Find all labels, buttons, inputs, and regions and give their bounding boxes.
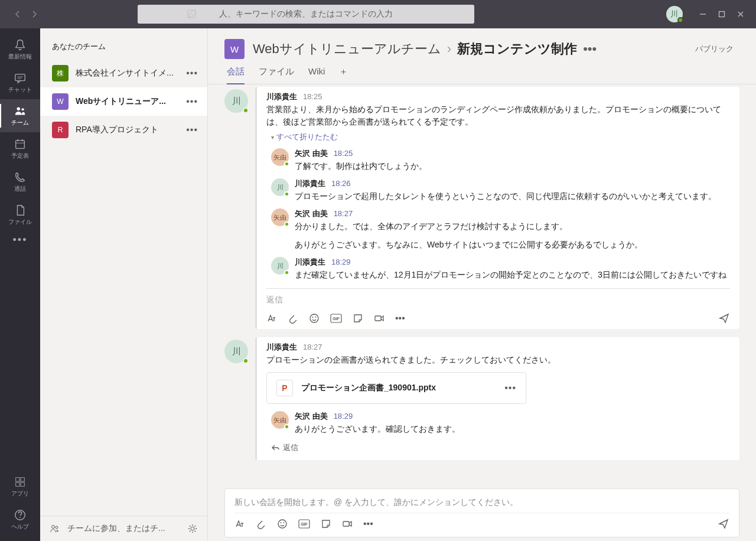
teams-list-header: あなたのチーム <box>40 28 207 59</box>
team-item[interactable]: W Webサイトリニューア... ••• <box>40 87 207 116</box>
join-team-label[interactable]: チームに参加、またはチ... <box>67 523 180 534</box>
send-icon[interactable] <box>718 312 730 324</box>
message-text: 了解です。制作は社内でしょうか。 <box>295 160 730 172</box>
avatar[interactable]: 川 <box>271 178 289 196</box>
message-text: 営業部より、来月から始めるプロモーションのランディングページ作成依頼がありました… <box>266 103 730 128</box>
new-message-icon[interactable] <box>187 9 197 19</box>
rail-calls[interactable]: 通話 <box>0 165 40 198</box>
teams-footer: チームに参加、またはチ... <box>40 516 207 541</box>
presence-indicator <box>243 107 249 113</box>
message-text: プロモーションで起用したタレントを使うということなので、同じ代理店に依頼するのが… <box>295 190 730 203</box>
svg-point-25 <box>315 317 317 318</box>
presence-indicator <box>284 191 289 197</box>
search-placeholder: 人、キーワードの検索、またはコマンドの入力 <box>219 9 393 19</box>
message-thread: 川 川添貴生 18:25 営業部より、来月から始めるプロモーションのランディング… <box>224 87 739 329</box>
attach-icon[interactable] <box>256 519 266 529</box>
format-icon[interactable] <box>234 519 245 529</box>
team-more-icon[interactable]: ••• <box>186 68 198 79</box>
svg-rect-12 <box>16 478 19 481</box>
channel-more-icon[interactable]: ••• <box>583 41 597 57</box>
svg-rect-8 <box>16 141 25 149</box>
tab-conversations[interactable]: 会話 <box>227 66 245 84</box>
more-icon[interactable]: ••• <box>395 313 405 324</box>
message-time: 18:25 <box>334 149 353 158</box>
rail-help[interactable]: ヘルプ <box>0 503 40 536</box>
reply-link[interactable]: 返信 <box>266 438 730 454</box>
team-name: 株式会社インサイトイメ... <box>76 68 179 79</box>
message-author: 川添貴生 <box>266 92 297 102</box>
window-close-button[interactable] <box>737 11 744 18</box>
avatar[interactable]: 川 <box>224 89 248 113</box>
titlebar: 人、キーワードの検索、またはコマンドの入力 川 <box>0 0 756 28</box>
avatar[interactable]: 矢由 <box>271 208 289 226</box>
public-badge: パブリック <box>689 41 739 57</box>
svg-text:GIF: GIF <box>301 522 308 526</box>
reply-input[interactable]: 返信 <box>266 288 730 310</box>
file-attachment[interactable]: P プロモーション企画書_190901.pptx ••• <box>266 372 526 404</box>
user-avatar[interactable]: 川 <box>666 6 683 22</box>
svg-point-30 <box>281 522 282 523</box>
message-author: 矢沢 由美 <box>295 148 328 159</box>
window-maximize-button[interactable] <box>718 11 725 18</box>
avatar[interactable]: 川 <box>271 257 289 275</box>
emoji-icon[interactable] <box>309 313 320 324</box>
emoji-icon[interactable] <box>277 519 288 529</box>
svg-point-29 <box>278 520 286 528</box>
presence-indicator <box>284 270 289 275</box>
breadcrumb: Webサイトリニューアルチーム › 新規コンテンツ制作 ••• <box>253 40 681 58</box>
team-name: RPA導入プロジェクト <box>76 125 179 135</box>
reply-message: 矢由 矢沢 由美 18:27 分かりました。では、全体のアイデアとラフだけ検討す… <box>266 205 730 253</box>
message-time: 18:27 <box>303 343 322 351</box>
compose-toolbar: GIF ••• <box>234 513 729 533</box>
attachment-name: プロモーション企画書_190901.pptx <box>301 383 496 393</box>
svg-rect-15 <box>21 483 24 486</box>
presence-indicator <box>284 424 289 429</box>
rail-activity[interactable]: 最新情報 <box>0 33 40 66</box>
join-team-icon[interactable] <box>50 523 60 534</box>
chevron-right-icon: › <box>447 41 451 57</box>
sticker-icon[interactable] <box>321 519 331 529</box>
avatar[interactable]: 矢由 <box>271 411 289 429</box>
attachment-more-icon[interactable]: ••• <box>504 383 516 393</box>
nav-back-button[interactable] <box>11 7 25 21</box>
channel-team-icon: W <box>224 39 245 59</box>
avatar[interactable]: 川 <box>224 340 248 363</box>
team-item[interactable]: 株 株式会社インサイトイメ... ••• <box>40 59 207 87</box>
attach-icon[interactable] <box>288 313 298 324</box>
message-author: 川添貴生 <box>295 178 325 189</box>
svg-point-17 <box>19 517 21 518</box>
collapse-all-button[interactable]: すべて折りたたむ <box>266 128 730 145</box>
window-minimize-button[interactable] <box>699 11 706 18</box>
breadcrumb-team[interactable]: Webサイトリニューアルチーム <box>253 40 441 58</box>
nav-forward-button[interactable] <box>27 7 41 21</box>
rail-more-icon[interactable]: ••• <box>13 234 28 246</box>
rail-apps[interactable]: アプリ <box>0 470 40 503</box>
meet-icon[interactable] <box>342 519 353 529</box>
rail-files[interactable]: ファイル <box>0 198 40 232</box>
compose-input[interactable]: 新しい会話を開始します。@ を入力して、誰かにメンションしてください。 <box>234 497 729 513</box>
team-more-icon[interactable]: ••• <box>186 96 198 107</box>
message-author: 川添貴生 <box>266 342 297 353</box>
message-author: 川添貴生 <box>295 257 325 268</box>
rail-chat[interactable]: チャット <box>0 66 40 99</box>
meet-icon[interactable] <box>374 313 384 324</box>
rail-calendar[interactable]: 予定表 <box>0 132 40 165</box>
team-item[interactable]: R RPA導入プロジェクト ••• <box>40 116 207 144</box>
svg-point-7 <box>21 108 24 110</box>
message-author: 矢沢 由美 <box>295 208 328 219</box>
team-more-icon[interactable]: ••• <box>186 125 198 135</box>
messages-area: 川 川添貴生 18:25 営業部より、来月から始めるプロモーションのランディング… <box>208 84 756 488</box>
gif-icon[interactable]: GIF <box>330 314 342 323</box>
tab-files[interactable]: ファイル <box>259 66 294 84</box>
rail-teams[interactable]: チーム <box>0 99 40 132</box>
more-icon[interactable]: ••• <box>363 519 373 529</box>
avatar[interactable]: 矢由 <box>271 148 289 166</box>
tab-add-icon[interactable]: ＋ <box>339 66 348 84</box>
settings-gear-icon[interactable] <box>187 523 198 534</box>
gif-icon[interactable]: GIF <box>298 519 310 529</box>
presence-indicator <box>284 161 289 167</box>
format-icon[interactable] <box>266 313 277 324</box>
sticker-icon[interactable] <box>353 313 363 324</box>
send-icon[interactable] <box>718 518 729 530</box>
tab-wiki[interactable]: Wiki <box>308 66 325 84</box>
